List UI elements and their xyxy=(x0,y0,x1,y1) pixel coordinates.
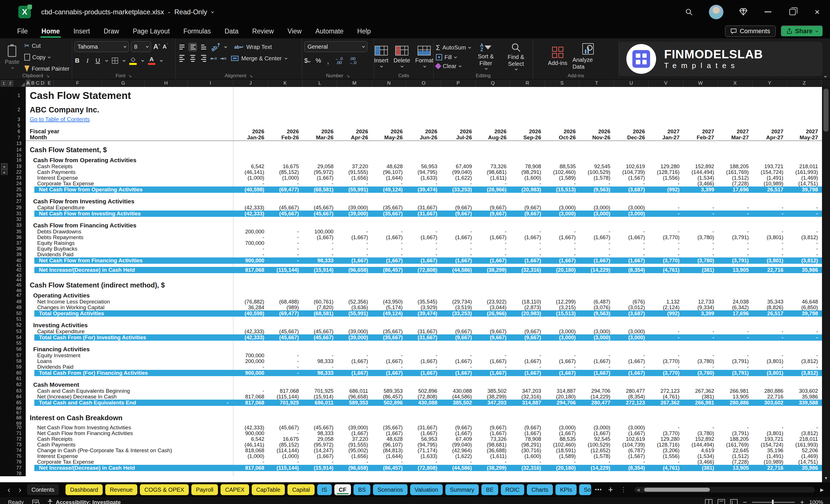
cell-V40[interactable]: (3,770) xyxy=(649,257,683,264)
cell-N75[interactable]: (1,644) xyxy=(372,453,407,459)
cell-Y71[interactable]: (3,801) xyxy=(753,431,787,436)
cell-K53[interactable]: (45,667) xyxy=(268,329,302,335)
row-label-25[interactable]: Net Cash Flow from Operating Activities xyxy=(26,187,233,193)
cell-R63[interactable]: 347,203 xyxy=(510,388,545,394)
cell-Q6[interactable]: 2026 xyxy=(476,128,510,134)
row-number-40[interactable]: 40 xyxy=(12,257,26,264)
cell-J25[interactable]: (40,598) xyxy=(233,187,268,193)
cell-P63[interactable]: 430,088 xyxy=(441,388,476,394)
cell-S50[interactable]: (15,513) xyxy=(545,310,579,317)
cell-O25[interactable]: (39,474) xyxy=(407,187,441,193)
hscroll-right-arrow-icon[interactable]: ▶ xyxy=(820,487,825,493)
paste-button[interactable]: Paste xyxy=(2,41,22,73)
cell-U70[interactable]: (3,000) xyxy=(614,425,649,431)
row-label-59[interactable]: Dividends Paid xyxy=(26,364,233,370)
cell-P25[interactable]: (33,253) xyxy=(441,187,476,193)
cell-V57[interactable]: - xyxy=(649,353,683,358)
cell-R74[interactable]: (30,716) xyxy=(510,448,545,453)
cell-U75[interactable]: (1,567) xyxy=(614,453,649,459)
cell-U36[interactable]: (1,667) xyxy=(614,234,649,240)
row-number-31[interactable]: 31 xyxy=(12,211,26,217)
cell-P48[interactable]: (29,734) xyxy=(441,299,476,305)
outline-level-1-button[interactable]: 1 xyxy=(1,81,7,86)
cell-N74[interactable]: (84,813) xyxy=(372,448,407,453)
row-label-37[interactable]: Equity Raisings xyxy=(26,240,233,246)
row-number-41[interactable]: 41 xyxy=(12,264,26,267)
cell-U50[interactable]: (3,687) xyxy=(614,310,649,317)
cell-Q50[interactable]: (26,966) xyxy=(476,310,510,317)
tabs-scroll-left-button[interactable]: ‹ xyxy=(5,485,13,494)
cell-O70[interactable]: (31,667) xyxy=(407,425,441,431)
row-label-71[interactable]: Net Cash Flow from Financing Activities xyxy=(26,431,233,436)
cell-K29[interactable]: (45,667) xyxy=(268,205,302,211)
row-label-54[interactable]: Total Cash From (For) Investing Activiti… xyxy=(26,335,233,341)
cell-T72[interactable]: 92,545 xyxy=(579,436,614,442)
cell-V19[interactable]: 129,280 xyxy=(649,164,683,169)
cell-K72[interactable]: 16,675 xyxy=(268,436,302,442)
cell-Z58[interactable]: (3,812) xyxy=(787,358,822,364)
cell-Z74[interactable]: 52,206 xyxy=(787,448,822,453)
column-header-Y[interactable]: Y xyxy=(753,80,787,87)
row-number-2[interactable]: 2 xyxy=(12,104,26,116)
share-button[interactable]: Share xyxy=(781,26,823,37)
cell-V59[interactable]: - xyxy=(649,364,683,370)
cell-S63[interactable]: 314,887 xyxy=(545,388,579,394)
cell-Y50[interactable]: 26,517 xyxy=(753,310,787,317)
cell-R50[interactable]: (20,983) xyxy=(510,310,545,317)
cell-Q40[interactable]: (1,667) xyxy=(476,257,510,264)
row-number-65[interactable]: 65 xyxy=(12,400,26,406)
cell-J6[interactable]: 2026 xyxy=(233,128,268,134)
cell-Y19[interactable]: 193,721 xyxy=(753,164,787,169)
cell-N49[interactable]: (5,174) xyxy=(372,305,407,310)
cell-Y23[interactable]: (1,491) xyxy=(753,175,787,181)
cell-X23[interactable]: (1,512) xyxy=(718,175,753,181)
row-label-29[interactable]: Capital Expenditure xyxy=(26,205,233,211)
cell-K22[interactable]: (85,152) xyxy=(268,169,302,175)
insert-cells-button[interactable]: Insert xyxy=(374,46,388,67)
cell-L40[interactable]: 98,333 xyxy=(302,257,337,264)
cell-S19[interactable]: 88,535 xyxy=(545,164,579,169)
row-label-55[interactable] xyxy=(26,341,233,346)
row-number-1[interactable]: 1 xyxy=(12,87,26,104)
cell-Q72[interactable]: 73,326 xyxy=(476,436,510,442)
cell-Q57[interactable]: - xyxy=(476,353,510,358)
cell-M60[interactable]: (1,667) xyxy=(337,370,372,376)
cell-L72[interactable]: 29,058 xyxy=(302,436,337,442)
cell-M38[interactable]: - xyxy=(337,246,372,252)
row-number-16[interactable]: 16 xyxy=(12,157,26,164)
row-number-59[interactable]: 59 xyxy=(12,364,26,370)
cell-U71[interactable]: (1,667) xyxy=(614,431,649,436)
cell-K74[interactable]: (114,144) xyxy=(268,448,302,453)
cell-V35[interactable]: - xyxy=(649,229,683,234)
cell-R38[interactable]: - xyxy=(510,246,545,252)
cell-T6[interactable]: 2026 xyxy=(579,128,614,134)
cell-S72[interactable]: 88,535 xyxy=(545,436,579,442)
cell-K48[interactable]: (68,488) xyxy=(268,299,302,305)
cell-Q64[interactable]: (38,299) xyxy=(476,394,510,400)
row-label-51[interactable] xyxy=(26,317,233,322)
cell-T75[interactable]: (1,578) xyxy=(579,453,614,459)
cell-W59[interactable]: - xyxy=(683,364,718,370)
cell-X49[interactable]: (6,342) xyxy=(718,305,753,310)
cell-J22[interactable]: (46,141) xyxy=(233,169,268,175)
cell-Y35[interactable]: - xyxy=(753,229,787,234)
cell-J75[interactable]: (1,000) xyxy=(233,453,268,459)
cell-X22[interactable]: (161,769) xyxy=(718,169,753,175)
row-number-7[interactable]: 7 xyxy=(12,134,26,141)
cell-U49[interactable]: (3,012) xyxy=(614,305,649,310)
cell-J72[interactable]: 6,542 xyxy=(233,436,268,442)
cell-R70[interactable]: (9,667) xyxy=(510,425,545,431)
cell-P64[interactable]: (44,586) xyxy=(441,394,476,400)
cell-N57[interactable]: - xyxy=(372,353,407,358)
row-number-77[interactable]: 77 xyxy=(12,465,26,471)
page-break-view-button[interactable] xyxy=(730,499,738,504)
column-header-C[interactable]: C xyxy=(35,80,40,87)
cell-X39[interactable]: - xyxy=(718,252,753,257)
cell-Q70[interactable]: (9,667) xyxy=(476,425,510,431)
cell-S77[interactable]: (20,180) xyxy=(545,465,579,471)
cell-O35[interactable]: - xyxy=(407,229,441,234)
cell-Y70[interactable]: - xyxy=(753,425,787,431)
cell-M73[interactable]: (91,555) xyxy=(337,442,372,448)
row-label-19[interactable]: Cash Receipts xyxy=(26,164,233,169)
cell-N42[interactable]: (86,457) xyxy=(372,267,407,273)
